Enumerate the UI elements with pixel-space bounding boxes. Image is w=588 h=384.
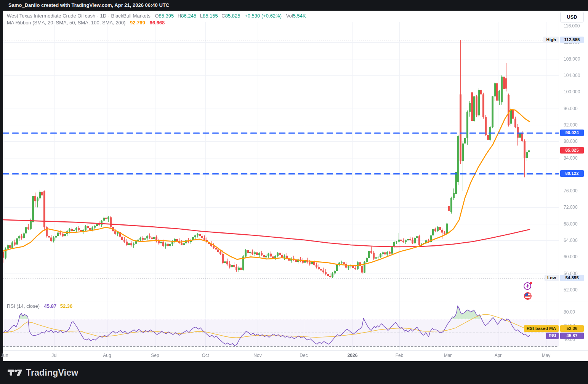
price-tick: 92.000 — [564, 122, 578, 128]
time-tick: Mar — [444, 353, 452, 358]
price-tick: 108.000 — [564, 56, 580, 62]
level-price-chip-90[interactable]: 90.024 — [560, 130, 584, 136]
ma-ribbon-legend: MA Ribbon (SMA, 20, SMA, 50, SMA, 100, S… — [7, 20, 165, 26]
tradingview-logo[interactable]: TradingView — [8, 367, 78, 378]
rsi-value-chip: 45.87 — [560, 333, 584, 339]
time-tick: Oct — [202, 353, 209, 358]
rsi-indicator-label[interactable]: RSI (14, close) — [7, 303, 40, 309]
low-value-chip: 54.855 — [560, 275, 584, 281]
time-tick: Sep — [151, 353, 159, 358]
price-tick: 72.000 — [564, 205, 578, 210]
price-tick: 84.000 — [564, 155, 578, 161]
time-tick: Jun — [1, 353, 8, 358]
high-label: H — [178, 13, 181, 19]
symbol-title[interactable]: West Texas Intermediate Crude Oil cash — [7, 13, 95, 19]
rsi-ma-value-chip: 52.36 — [560, 325, 584, 332]
change-value: +0.530 (+0.62%) — [245, 13, 282, 19]
ma200-value: 66.668 — [149, 20, 165, 26]
low-label-chip: Low — [545, 275, 559, 281]
ma-ribbon-label[interactable]: MA Ribbon (SMA, 20, SMA, 50, SMA, 100, S… — [7, 20, 125, 26]
time-axis-separator — [3, 350, 588, 351]
time-tick: 2026 — [348, 353, 358, 358]
earnings-event-icon[interactable] — [523, 281, 532, 290]
high-value-chip: 112.585 — [560, 37, 584, 43]
close-value: 85.825 — [225, 13, 240, 19]
price-tick: 64.000 — [564, 238, 578, 243]
interval-label[interactable]: 1D — [100, 13, 107, 19]
rsi-ma-value: 52.36 — [60, 303, 73, 309]
time-tick: Apr — [495, 353, 502, 358]
time-tick: Jul — [51, 353, 57, 358]
high-label-chip: High — [543, 37, 559, 43]
price-tick: 116.000 — [564, 23, 580, 29]
price-tick: 104.000 — [564, 73, 580, 78]
tradingview-brand-text: TradingView — [26, 368, 78, 378]
rsi-value: 45.87 — [44, 303, 57, 309]
price-tick: 60.000 — [564, 254, 578, 259]
exchange-label: BlackBull Markets — [111, 13, 151, 19]
tradingview-logo-mark — [8, 367, 22, 378]
price-tick: 76.000 — [564, 188, 578, 194]
economic-calendar-flag-icon[interactable] — [523, 291, 532, 301]
price-tick: 96.000 — [564, 106, 578, 111]
price-tick: 52.000 — [564, 287, 578, 293]
last-price-chip: 85.825 — [560, 147, 584, 154]
ma20-value: 92.769 — [130, 20, 145, 26]
rsi-tick: 80.00 — [564, 309, 575, 315]
rsi-ma-label-chip: RSI-based MA — [524, 325, 559, 332]
footer-bar: TradingView — [0, 361, 588, 384]
price-tick: 100.000 — [564, 89, 580, 94]
rsi-legend: RSI (14, close) 45.87 52.36 — [7, 303, 72, 309]
currency-button[interactable]: USD — [560, 12, 584, 22]
rsi-label-chip: RSI — [546, 333, 559, 339]
symbol-legend: West Texas Intermediate Crude Oil cash·1… — [7, 13, 306, 19]
time-tick: Aug — [103, 353, 111, 358]
level-price-chip-80[interactable]: 80.122 — [560, 170, 584, 177]
time-tick: Dec — [300, 353, 308, 358]
close-label: C — [221, 13, 225, 19]
attribution-bar: Samo_Danilo created with TradingView.com… — [0, 0, 588, 11]
chart-widget: West Texas Intermediate Crude Oil cash·1… — [3, 11, 588, 361]
time-tick: Nov — [253, 353, 261, 358]
low-label: L — [200, 13, 203, 19]
pane-separator[interactable] — [3, 301, 588, 301]
open-value: 85.395 — [159, 13, 174, 19]
volume-value: 5.54K — [293, 13, 306, 19]
price-tick: 88.000 — [564, 139, 578, 144]
open-label: O — [155, 13, 159, 19]
high-value: 86.245 — [181, 13, 196, 19]
chart-canvas[interactable] — [3, 11, 588, 361]
low-value: 85.155 — [203, 13, 218, 19]
price-tick: 68.000 — [564, 221, 578, 227]
time-tick: May — [542, 353, 551, 358]
time-tick: Feb — [396, 353, 404, 358]
volume-label: Vol — [286, 13, 293, 19]
attribution-text: Samo_Danilo created with TradingView.com… — [8, 2, 169, 8]
price-axis-separator — [559, 11, 559, 350]
